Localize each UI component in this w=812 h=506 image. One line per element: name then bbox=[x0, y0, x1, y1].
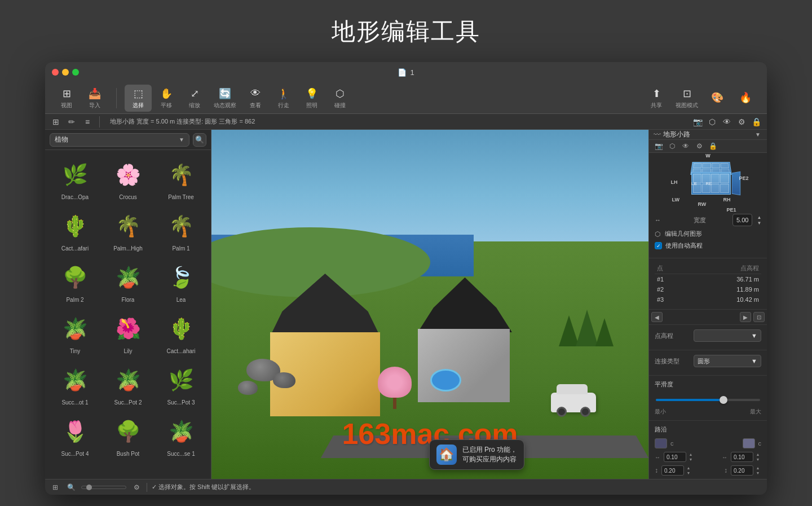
prev-page-btn[interactable]: ◀ bbox=[651, 312, 663, 322]
rp-icon-5[interactable]: 🔒 bbox=[707, 140, 719, 152]
width-down[interactable]: ▼ bbox=[756, 220, 762, 226]
toolbar-right-group: ⬆ 共享 ⊡ 视图模式 🎨 🔥 bbox=[639, 85, 762, 112]
sec-eye-icon[interactable]: 👁 bbox=[721, 116, 733, 128]
width-value[interactable]: 5.00 bbox=[732, 214, 752, 226]
list-item[interactable]: 🪴 Succ...se 1 bbox=[156, 411, 206, 460]
nav-cube-container[interactable]: W bbox=[649, 153, 767, 209]
import-button[interactable]: 📥 导入 bbox=[81, 85, 108, 112]
search-button[interactable]: 🔍 bbox=[193, 133, 206, 147]
list-item[interactable]: 🌷 Suc...Pot 4 bbox=[50, 411, 100, 460]
curb-up-2[interactable]: ▲ bbox=[754, 452, 761, 457]
rp-icon-2[interactable]: ⬡ bbox=[666, 140, 678, 152]
rp-icon-3[interactable]: 👁 bbox=[679, 140, 692, 152]
select-tool[interactable]: ⬚ 选择 bbox=[125, 85, 152, 112]
list-item[interactable]: 🌸 Crocus bbox=[103, 155, 153, 204]
sec-grid-icon[interactable]: ⊞ bbox=[50, 116, 62, 128]
paint-tool[interactable]: 🎨 bbox=[704, 89, 731, 108]
status-icon-1[interactable]: ⊞ bbox=[50, 482, 61, 493]
next-page-btn[interactable]: ▶ bbox=[740, 312, 751, 322]
zoom-thumb[interactable] bbox=[86, 485, 92, 490]
view-button[interactable]: ⊞ 视图 bbox=[53, 85, 80, 112]
curb-stepper-3[interactable]: ▲ ▼ bbox=[685, 465, 692, 476]
table-row[interactable]: #1 36.71 m bbox=[655, 274, 761, 285]
list-item[interactable]: 🌴 Palm Tree bbox=[156, 155, 206, 204]
auto-elevation-checkbox[interactable]: ✓ bbox=[655, 242, 662, 249]
curb-stepper-1[interactable]: ▲ ▼ bbox=[687, 452, 694, 462]
nav-cube[interactable]: W bbox=[680, 160, 736, 205]
sec-edit-icon[interactable]: ✏ bbox=[65, 116, 78, 128]
list-item[interactable]: 🌳 Palm 2 bbox=[50, 257, 100, 306]
conn-type-select[interactable]: 圆形 ▼ bbox=[694, 355, 761, 367]
curb-dn-1[interactable]: ▼ bbox=[687, 457, 694, 462]
width-up[interactable]: ▲ bbox=[756, 214, 762, 220]
close-button[interactable] bbox=[52, 69, 59, 76]
list-item[interactable]: 🍃 Lea bbox=[156, 257, 206, 306]
last-page-btn[interactable]: ⊡ bbox=[753, 312, 765, 322]
collide-tool[interactable]: ⬡ 碰撞 bbox=[326, 85, 354, 112]
curb-color-1[interactable] bbox=[655, 438, 667, 448]
point-elev-select[interactable]: ▼ bbox=[694, 329, 761, 342]
width-stepper[interactable]: ▲ ▼ bbox=[756, 214, 762, 226]
rp-icon-4[interactable]: ⚙ bbox=[693, 140, 705, 152]
plant-name: Palm 1 bbox=[172, 245, 189, 252]
minimize-button[interactable] bbox=[62, 69, 69, 76]
sec-lock-icon[interactable]: 🔒 bbox=[750, 116, 762, 128]
curb-up-4[interactable]: ▲ bbox=[754, 465, 761, 470]
curb-dn-3[interactable]: ▼ bbox=[685, 470, 692, 476]
status-icon-3[interactable]: ⚙ bbox=[131, 482, 142, 493]
table-row[interactable]: #2 11.89 m bbox=[655, 284, 761, 294]
scale-tool[interactable]: ⤢ 缩放 bbox=[181, 85, 208, 112]
list-item[interactable]: 🌵 Cact...afari bbox=[50, 206, 100, 255]
curb-value-2[interactable]: 0.10 bbox=[731, 452, 753, 462]
look-tool[interactable]: 👁 查看 bbox=[242, 85, 269, 112]
point-elev: 11.89 m bbox=[686, 284, 761, 294]
sec-settings-icon[interactable]: ⚙ bbox=[735, 116, 748, 128]
curb-val-row-2: ↕ 0.20 ▲ ▼ ↕ bbox=[655, 465, 761, 476]
list-item[interactable]: 🌴 Palm 1 bbox=[156, 206, 206, 255]
viewport[interactable]: 163mac.com 🏠 已启用 Pro 功能， 可购买应用内内容 bbox=[211, 130, 648, 479]
curb-color-2[interactable] bbox=[743, 438, 755, 448]
status-icon-2[interactable]: 🔍 bbox=[65, 482, 77, 493]
light-tool[interactable]: 💡 照明 bbox=[298, 85, 325, 112]
animate-tool[interactable]: 🔄 动态观察 bbox=[209, 85, 241, 112]
walk-tool[interactable]: 🚶 行走 bbox=[270, 85, 297, 112]
list-item[interactable]: 🌵 Cact...ahari bbox=[156, 309, 206, 358]
slider-thumb[interactable] bbox=[720, 396, 727, 404]
rp-icon-1[interactable]: 📷 bbox=[652, 140, 665, 152]
plant-name: Palm Tree bbox=[168, 194, 194, 200]
curb-up-1[interactable]: ▲ bbox=[687, 452, 694, 457]
plant-thumbnail: 🌴 bbox=[111, 209, 145, 243]
curb-dn-2[interactable]: ▼ bbox=[754, 457, 761, 462]
smoothness-slider[interactable] bbox=[655, 392, 761, 408]
viewmode-button[interactable]: ⊡ 视图模式 bbox=[671, 85, 703, 112]
category-dropdown[interactable]: 植物 ▼ bbox=[50, 133, 189, 147]
select-label: 选择 bbox=[133, 102, 144, 109]
list-item[interactable]: 🌿 Suc...Pot 3 bbox=[156, 360, 206, 409]
curb-up-3[interactable]: ▲ bbox=[685, 465, 692, 470]
curb-stepper-2[interactable]: ▲ ▼ bbox=[754, 452, 761, 462]
sec-camera-icon[interactable]: 📷 bbox=[691, 116, 704, 128]
list-item[interactable]: 🌿 Drac...Opa bbox=[50, 155, 100, 204]
list-item[interactable]: 🪴 Tiny bbox=[50, 309, 100, 358]
list-item[interactable]: 🪴 Suc...Pot 2 bbox=[103, 360, 153, 409]
curb-value-4[interactable]: 0.20 bbox=[731, 465, 753, 476]
sec-geo-icon[interactable]: ⬡ bbox=[706, 116, 718, 128]
list-item[interactable]: 🌺 Lily bbox=[103, 309, 153, 358]
share-button[interactable]: ⬆ 共享 bbox=[643, 85, 670, 112]
list-item[interactable]: 🌳 Bush Pot bbox=[103, 411, 153, 460]
list-item[interactable]: 🌴 Palm...High bbox=[103, 206, 153, 255]
curb-stepper-4[interactable]: ▲ ▼ bbox=[754, 465, 761, 476]
curb-dn-4[interactable]: ▼ bbox=[754, 470, 761, 476]
maximize-button[interactable] bbox=[72, 69, 79, 76]
zoom-slider[interactable] bbox=[81, 486, 126, 489]
pro-badge[interactable]: 🏠 已启用 Pro 功能， 可购买应用内内容 bbox=[429, 439, 524, 470]
move-tool[interactable]: ✋ 平移 bbox=[153, 85, 180, 112]
list-item[interactable]: 🪴 Succ...ot 1 bbox=[50, 360, 100, 409]
table-row[interactable]: #3 10.42 m bbox=[655, 294, 761, 305]
sec-list-icon[interactable]: ≡ bbox=[81, 116, 94, 128]
curb-value-3[interactable]: 0.20 bbox=[661, 465, 684, 476]
fire-tool[interactable]: 🔥 bbox=[732, 89, 759, 108]
curb-value-1[interactable]: 0.10 bbox=[664, 452, 686, 462]
list-item[interactable]: 🪴 Flora bbox=[103, 257, 153, 306]
right-panel-dropdown[interactable]: ▼ bbox=[753, 130, 762, 139]
